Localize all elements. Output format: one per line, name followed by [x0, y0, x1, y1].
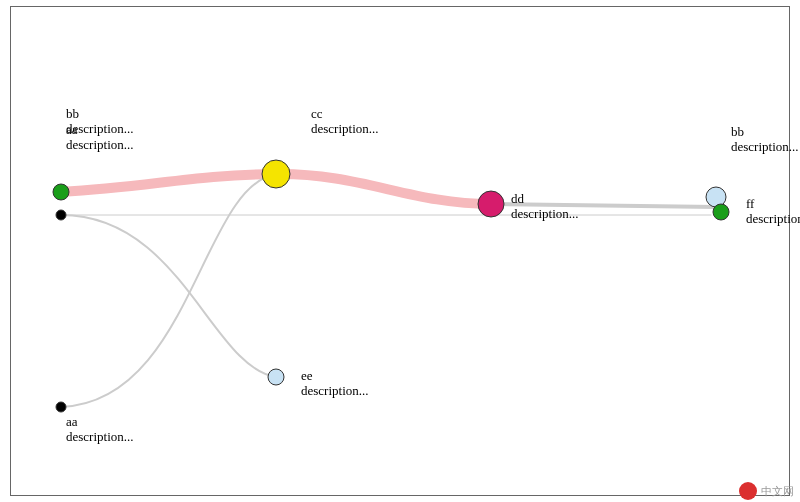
label-aa_bot: aadescription... — [66, 415, 134, 445]
label-desc: description... — [66, 430, 134, 445]
label-grn_r: ffdescription... — [746, 197, 800, 227]
label-desc: description... — [511, 207, 579, 222]
label-aa_top: aadescription... — [66, 123, 134, 153]
label-title: ff — [746, 197, 800, 212]
label-title: aa — [66, 123, 134, 138]
watermark: 中文网 — [739, 482, 794, 500]
label-desc: description... — [301, 384, 369, 399]
node-aa_bot[interactable] — [56, 402, 66, 412]
logo-icon — [739, 482, 757, 500]
node-cc[interactable] — [262, 160, 290, 188]
diagram-frame: bbdescription...aadescription...ccdescri… — [10, 6, 790, 496]
node-bb_top[interactable] — [53, 184, 69, 200]
edge-1 — [61, 215, 276, 377]
node-dd[interactable] — [478, 191, 504, 217]
edge-2 — [61, 174, 276, 407]
label-dd: dddescription... — [511, 192, 579, 222]
node-blk1[interactable] — [56, 210, 66, 220]
label-title: bb — [731, 125, 799, 140]
node-ee[interactable] — [268, 369, 284, 385]
label-desc: description... — [66, 138, 134, 153]
label-desc: description... — [311, 122, 379, 137]
label-title: aa — [66, 415, 134, 430]
watermark-text: 中文网 — [761, 484, 794, 499]
node-grn_r[interactable] — [713, 204, 729, 220]
label-title: ee — [301, 369, 369, 384]
label-ee: eedescription... — [301, 369, 369, 399]
label-desc: description... — [746, 212, 800, 227]
label-bb_r: bbdescription... — [731, 125, 799, 155]
label-desc: description... — [731, 140, 799, 155]
label-title: cc — [311, 107, 379, 122]
label-title: dd — [511, 192, 579, 207]
label-title: bb — [66, 107, 134, 122]
label-cc: ccdescription... — [311, 107, 379, 137]
